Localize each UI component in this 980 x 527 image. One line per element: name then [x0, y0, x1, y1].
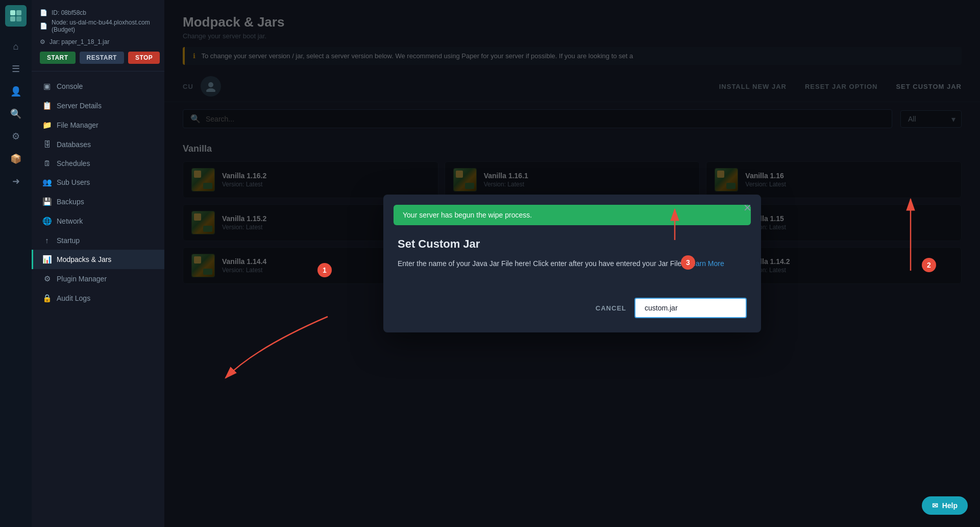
icon-rail: ⌂ ☰ 👤 🔍 ⚙ 📦 ➜	[0, 0, 32, 527]
badge-3: 3	[681, 255, 695, 270]
help-button[interactable]: ✉ Help	[922, 496, 968, 515]
svg-rect-0	[10, 10, 15, 15]
databases-label: Databases	[57, 140, 91, 149]
rail-gear-icon[interactable]: ⚙	[6, 127, 26, 146]
modal-success-bar: Your server has begun the wipe process.	[394, 205, 751, 225]
sidebar-item-audit-logs[interactable]: 🔒 Audit Logs	[32, 289, 164, 308]
network-label: Network	[57, 217, 83, 225]
schedules-icon: 🗓	[42, 159, 52, 167]
startup-label: Startup	[57, 236, 80, 245]
svg-rect-1	[16, 10, 21, 15]
rail-package-icon[interactable]: 📦	[6, 149, 26, 169]
sidebar-item-file-manager[interactable]: 📁 File Manager	[32, 115, 164, 135]
server-details-label: Server Details	[57, 102, 102, 110]
plugin-manager-label: Plugin Manager	[57, 275, 107, 283]
rail-home-icon[interactable]: ⌂	[6, 37, 26, 56]
server-jar-icon: ⚙	[40, 38, 45, 45]
server-node-text: Node: us-dal-mc-bu44.ploxhost.com (Budge…	[52, 19, 156, 33]
server-details-icon: 📋	[42, 101, 52, 110]
svg-rect-3	[16, 16, 21, 21]
server-id: 📄 ID: 08bf58cb	[40, 9, 156, 16]
modal-title: Set Custom Jar	[398, 237, 747, 251]
restart-button[interactable]: RESTART	[80, 52, 124, 64]
help-icon: ✉	[932, 501, 938, 510]
console-icon: ▣	[42, 82, 52, 91]
modal-dialog: ✕ Your server has begun the wipe process…	[383, 195, 761, 332]
svg-rect-2	[10, 16, 15, 21]
sidebar-nav: ▣ Console 📋 Server Details 📁 File Manage…	[32, 71, 164, 527]
rail-search-icon[interactable]: 🔍	[6, 104, 26, 124]
sidebar: 📄 ID: 08bf58cb 📄 Node: us-dal-mc-bu44.pl…	[32, 0, 164, 527]
databases-icon: 🗄	[42, 140, 52, 149]
file-manager-label: File Manager	[57, 121, 99, 129]
sidebar-item-console[interactable]: ▣ Console	[32, 77, 164, 96]
sidebar-item-server-details[interactable]: 📋 Server Details	[32, 96, 164, 115]
start-button[interactable]: START	[40, 52, 76, 64]
app-logo[interactable]	[5, 5, 27, 27]
server-id-icon: 📄	[40, 9, 47, 16]
arrow-1	[205, 306, 348, 388]
modal-body: Set Custom Jar Enter the name of your Ja…	[383, 225, 761, 298]
backups-label: Backups	[57, 198, 84, 206]
sidebar-item-startup[interactable]: ↑ Startup	[32, 231, 164, 250]
server-id-text: ID: 08bf58cb	[52, 9, 86, 16]
sidebar-item-backups[interactable]: 💾 Backups	[32, 192, 164, 211]
modal-footer: CANCEL	[383, 298, 761, 332]
sidebar-item-modpacks-jars[interactable]: 📊 Modpacks & Jars	[32, 250, 164, 269]
file-manager-icon: 📁	[42, 121, 52, 130]
cancel-button[interactable]: CANCEL	[596, 304, 626, 312]
audit-logs-label: Audit Logs	[57, 294, 90, 302]
sub-users-icon: 👥	[42, 178, 52, 187]
sidebar-item-network[interactable]: 🌐 Network	[32, 211, 164, 231]
help-label: Help	[942, 501, 958, 510]
startup-icon: ↑	[42, 236, 52, 245]
sidebar-header: 📄 ID: 08bf58cb 📄 Node: us-dal-mc-bu44.pl…	[32, 0, 164, 71]
main-content: Modpack & Jars Change your server boot j…	[164, 0, 980, 527]
arrow-2	[860, 189, 962, 281]
sidebar-item-sub-users[interactable]: 👥 Sub Users	[32, 173, 164, 192]
rail-logout-icon[interactable]: ➜	[6, 172, 26, 191]
server-jar-text: Jar: paper_1_18_1.jar	[50, 38, 109, 45]
server-node: 📄 Node: us-dal-mc-bu44.ploxhost.com (Bud…	[40, 19, 156, 33]
console-label: Console	[57, 82, 83, 90]
rail-user-icon[interactable]: 👤	[6, 82, 26, 101]
sidebar-item-schedules[interactable]: 🗓 Schedules	[32, 154, 164, 173]
modal-desc-text: Enter the name of your Java Jar File her…	[398, 259, 683, 268]
sub-users-label: Sub Users	[57, 178, 90, 186]
backups-icon: 💾	[42, 197, 52, 206]
audit-logs-icon: 🔒	[42, 294, 52, 303]
stop-button[interactable]: STOP	[128, 52, 160, 64]
plugin-manager-icon: ⚙	[42, 274, 52, 283]
badge-2: 2	[922, 258, 936, 272]
modpacks-icon: 📊	[42, 255, 52, 264]
badge-1: 1	[317, 263, 332, 277]
modpacks-label: Modpacks & Jars	[57, 255, 111, 264]
jar-name-input[interactable]	[634, 298, 747, 318]
sidebar-item-plugin-manager[interactable]: ⚙ Plugin Manager	[32, 269, 164, 289]
modal-overlay: 1 ✕ Your server has begun the wipe proce…	[164, 0, 980, 527]
network-icon: 🌐	[42, 217, 52, 226]
server-node-icon: 📄	[40, 22, 47, 30]
modal-close-button[interactable]: ✕	[743, 202, 752, 214]
server-controls: START RESTART STOP	[40, 52, 156, 64]
schedules-label: Schedules	[57, 159, 90, 167]
server-jar: ⚙ Jar: paper_1_18_1.jar	[40, 38, 156, 45]
sidebar-item-databases[interactable]: 🗄 Databases	[32, 135, 164, 154]
rail-list-icon[interactable]: ☰	[6, 59, 26, 79]
